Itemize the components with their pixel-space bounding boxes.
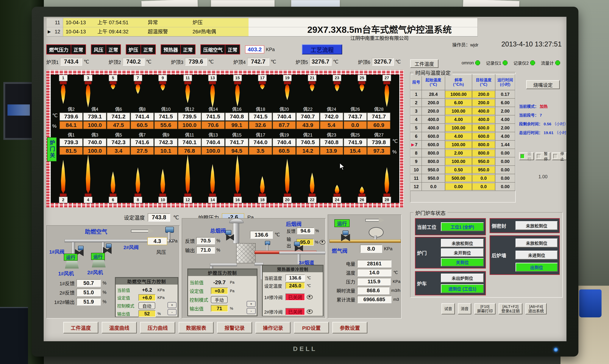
- slope-input[interactable]: 0.50: [445, 167, 472, 173]
- precool-set-input[interactable]: 245.0: [285, 282, 305, 289]
- thermocouple-cell: 偶22 740.7 43.9: [296, 105, 319, 129]
- burner-nozzle-icon: [184, 194, 191, 196]
- eye-icon[interactable]: [307, 309, 313, 314]
- schedule-group: 时间与温度设定 段号起始温度(℃)斜率(℃/h)目标温度(℃)运行时间(小时) …: [410, 72, 516, 203]
- target-temp-input[interactable]: 200.0: [472, 99, 495, 106]
- eye-icon[interactable]: [320, 240, 325, 245]
- run-hours: 2.00: [495, 108, 515, 114]
- schedule-row: 9 800.0 100.00 950.0 0.00: [411, 157, 515, 166]
- operator-label: 操作员：wjdr: [452, 41, 478, 48]
- run-mode-button[interactable]: 停止: [552, 152, 567, 160]
- target-temp-input[interactable]: 600.0: [472, 125, 495, 131]
- output-input[interactable]: 52: [138, 310, 156, 317]
- target-temp-input[interactable]: 600.0: [472, 133, 495, 140]
- thermocouple-cell: 偶19 740.4 60.5: [273, 131, 296, 155]
- slope-input[interactable]: 100.00: [445, 125, 472, 131]
- thermocouple-output-pct: 3.4: [107, 147, 130, 155]
- target-temp-input[interactable]: 0.0: [472, 175, 495, 182]
- slope-input[interactable]: 4.00: [445, 116, 472, 123]
- menu-button[interactable]: 操作记录: [255, 322, 291, 333]
- thermocouple-cell: 偶7 741.6 27.5: [131, 131, 154, 155]
- decrease-button[interactable]: -: [168, 309, 176, 315]
- precool-set-label: 设定温度: [264, 283, 284, 289]
- thermocouple-temp: 741.7: [225, 138, 248, 146]
- flame-icon: [359, 84, 365, 91]
- set-value-input[interactable]: +6.0: [138, 294, 156, 301]
- workpiece-temp-button[interactable]: 工件温度: [410, 59, 438, 68]
- device-link: 记录仪1: [486, 60, 508, 66]
- thermocouple-output-pct: 100.0: [83, 121, 106, 129]
- link-status-icon: [530, 60, 535, 65]
- furnace-interior: 1 3 5 7 9 11 13 15 17 19 21: [51, 75, 399, 203]
- increase-button[interactable]: +: [168, 302, 176, 308]
- burner-settings-button[interactable]: 烧嘴设定: [526, 80, 560, 89]
- decrease-button[interactable]: -: [247, 308, 256, 314]
- mode-button[interactable]: 手动: [211, 296, 228, 303]
- mode-button[interactable]: 自动: [138, 302, 155, 309]
- increase-button[interactable]: +: [247, 301, 256, 307]
- gas-run-badge: 运行: [334, 219, 350, 227]
- process-flow-button[interactable]: 工艺流程: [302, 44, 342, 54]
- unit-temp-label: ℃: [52, 113, 58, 118]
- thermocouple-label: 偶7: [139, 131, 146, 138]
- target-temp-input[interactable]: 950.0: [472, 158, 495, 165]
- target-temp-input[interactable]: 0.0: [472, 183, 495, 190]
- slope-input[interactable]: 6.00: [445, 99, 472, 106]
- start-temp: 800.0: [422, 151, 445, 156]
- compressed-air-pressure: 403.2 KPa: [245, 45, 275, 53]
- roof-temp-unit: ℃: [271, 59, 276, 65]
- burner-number: 16: [233, 196, 242, 203]
- burner-nozzle-icon: [60, 194, 66, 196]
- menu-button[interactable]: 数据报表: [179, 322, 214, 333]
- system-button[interactable]: 试音: [441, 303, 455, 314]
- schedule-row: 4 400.0 4.00 400.0 4.00: [411, 115, 515, 124]
- burner: 3: [82, 75, 94, 107]
- slope-input[interactable]: 500.00: [445, 175, 472, 182]
- burner-nozzle-icon: [209, 81, 216, 84]
- air-valve-2-label: 2#风阀: [123, 244, 139, 250]
- gas-info-value: 14.0: [357, 269, 391, 276]
- slope-input[interactable]: 100.00: [445, 108, 472, 115]
- segment-number: 3: [411, 108, 422, 114]
- slope-input[interactable]: 2.00: [445, 150, 472, 156]
- slope-input[interactable]: 0.00: [445, 183, 472, 190]
- menu-button[interactable]: 参数设置: [332, 322, 367, 333]
- output-input[interactable]: 71: [211, 305, 228, 312]
- set-value-input[interactable]: +0.0: [211, 287, 228, 294]
- fan-readout-value: 51.9: [77, 298, 101, 305]
- system-button[interactable]: [F10] 屏幕打印: [474, 303, 496, 314]
- menu-button[interactable]: 温度曲线: [102, 322, 137, 333]
- system-button[interactable]: 消音: [458, 303, 471, 314]
- burner-nozzle-icon: [85, 194, 92, 196]
- alarm-source: 炉压: [193, 18, 249, 27]
- slope-input[interactable]: 100.00: [445, 141, 472, 148]
- slope-input[interactable]: 100.00: [445, 158, 472, 165]
- system-button[interactable]: [Alt+F4] 退出系统: [525, 303, 547, 314]
- target-temp-input[interactable]: 950.0: [472, 167, 495, 173]
- menu-button[interactable]: PID设置: [294, 322, 329, 333]
- target-temp-input[interactable]: 800.0: [472, 141, 495, 148]
- burner-nozzle-icon: [334, 81, 340, 84]
- fan-1-label: 1#风机: [58, 270, 74, 277]
- slope-input[interactable]: 1000.00: [445, 91, 472, 98]
- burner-nozzle-icon: [159, 81, 166, 84]
- thermocouple-cell: 偶18 741.5 32.6: [249, 105, 272, 129]
- target-temp-input[interactable]: 400.0: [472, 116, 495, 123]
- status-indicator-state: 正常: [141, 44, 156, 54]
- menu-button[interactable]: 工件温度: [63, 322, 98, 333]
- pipe: [279, 251, 325, 254]
- run-mode-button[interactable]: 暂停: [535, 152, 550, 160]
- target-temp-input[interactable]: 800.0: [472, 150, 495, 156]
- burner-number: 5: [109, 75, 118, 81]
- menu-button[interactable]: 报警记录: [217, 322, 252, 333]
- thermocouple-output-pct: 70.6: [201, 121, 225, 129]
- thermocouple-cell: 偶5 742.3 3.4: [107, 131, 130, 155]
- run-mode-button[interactable]: 运行: [519, 152, 534, 160]
- eye-icon[interactable]: [307, 295, 313, 299]
- system-button[interactable]: [ALT+F2] 登录&注销: [499, 303, 522, 314]
- target-temp-input[interactable]: 400.0: [472, 108, 495, 115]
- roof-temp-value: 743.4: [60, 58, 82, 66]
- slope-input[interactable]: 4.00: [445, 133, 472, 140]
- target-temp-input[interactable]: 200.0: [472, 91, 495, 98]
- menu-button[interactable]: 压力曲线: [140, 322, 175, 333]
